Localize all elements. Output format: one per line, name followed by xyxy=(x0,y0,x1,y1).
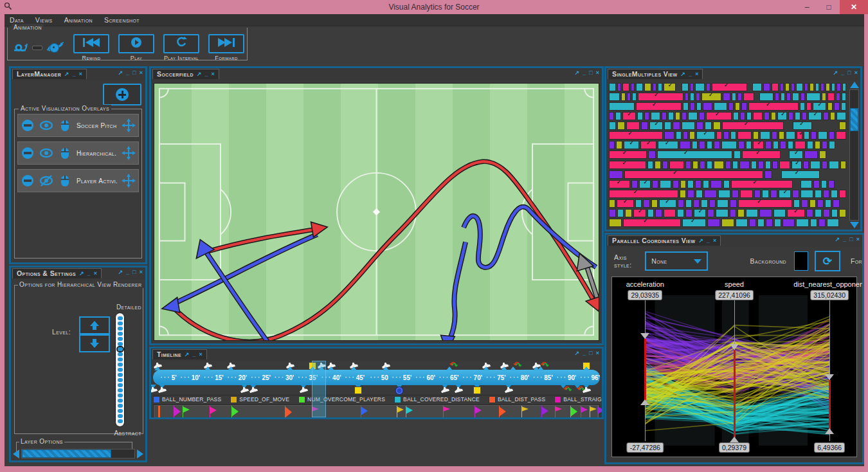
scroll-down-icon[interactable] xyxy=(850,222,859,228)
event-shoe-icon[interactable] xyxy=(158,386,167,394)
remove-layer-icon[interactable] xyxy=(21,118,35,132)
event-flag[interactable] xyxy=(158,406,160,417)
window-maximize-button[interactable]: □ xyxy=(818,0,840,14)
panel-close-icon[interactable]: × xyxy=(596,350,599,356)
multiples-row-13[interactable]: ✓✓✓ xyxy=(609,199,847,208)
layer-row-1[interactable]: Soccer Pitch xyxy=(17,114,139,137)
timeline-selection-highlight[interactable] xyxy=(312,361,326,417)
menu-item-data[interactable]: Data xyxy=(10,16,24,24)
speed-slider-handle[interactable] xyxy=(50,43,59,53)
tab-minimize-icon[interactable]: _ xyxy=(689,71,692,77)
multiples-vertical-scrollbar[interactable] xyxy=(849,82,859,228)
tab-close-icon[interactable]: × xyxy=(94,271,97,277)
multiples-row-1[interactable]: ✓✓ xyxy=(609,83,847,91)
add-layer-button[interactable] xyxy=(103,84,141,105)
tab-float-icon[interactable]: ↗ xyxy=(197,71,202,77)
menu-item-animation[interactable]: Animation xyxy=(64,16,93,24)
event-shoe-icon[interactable] xyxy=(504,386,514,394)
multiples-row-14[interactable]: ✓✓✓ xyxy=(609,209,847,217)
timeline-tick-50[interactable]: 50 xyxy=(365,374,388,381)
scrollbar-thumb[interactable] xyxy=(850,108,858,131)
pc-plot-area[interactable]: acceleration29,03935-27,47286speed227,41… xyxy=(611,277,857,457)
mouse-interaction-icon[interactable] xyxy=(58,146,72,160)
level-up-button[interactable] xyxy=(79,316,110,334)
selection-handle-bottom[interactable] xyxy=(640,399,649,405)
move-layer-icon[interactable] xyxy=(122,146,136,160)
window-minimize-button[interactable]: – xyxy=(796,0,818,14)
menu-item-views[interactable]: Views xyxy=(35,16,53,24)
panel-minimize-icon[interactable]: _ xyxy=(126,269,129,275)
tab-close-icon[interactable]: × xyxy=(695,71,698,77)
event-card-icon[interactable] xyxy=(354,386,362,394)
tab-close-icon[interactable]: × xyxy=(211,71,214,77)
multiples-row-9[interactable]: ✓✓ xyxy=(609,161,847,169)
level-down-button[interactable] xyxy=(79,334,110,352)
panel-maximize-icon[interactable]: □ xyxy=(132,269,136,275)
timeline-band[interactable]: 5'10'15'20'25'30'35'40'45'5055'60'65'70'… xyxy=(153,370,600,385)
event-flag-pennant[interactable] xyxy=(521,406,529,412)
play-interval-button[interactable] xyxy=(163,34,199,53)
level-slider-handle[interactable] xyxy=(118,347,123,351)
event-flag-pennant[interactable] xyxy=(183,406,190,413)
event-flag-pennant[interactable] xyxy=(361,406,368,415)
scrollbar-thumb[interactable] xyxy=(22,449,111,458)
single-multiples-tab[interactable]: SingleMultiples View ↗ _ × xyxy=(608,69,703,79)
background-color-swatch[interactable] xyxy=(794,251,808,271)
axis-selection-bar[interactable] xyxy=(734,350,736,438)
timeline-tick-70[interactable]: 70' xyxy=(459,374,483,381)
timeline-tick-80[interactable]: 80' xyxy=(506,374,530,381)
panel-float-icon[interactable]: ↗ xyxy=(575,70,580,76)
panel-close-icon[interactable]: × xyxy=(596,70,599,76)
timeline-tick-75[interactable]: 75' xyxy=(482,374,506,381)
event-shoe-icon[interactable] xyxy=(248,386,258,394)
timeline-tick-20[interactable]: 20' xyxy=(224,374,248,381)
event-flag-pennant[interactable] xyxy=(443,406,450,412)
panel-float-icon[interactable]: ↗ xyxy=(118,269,123,275)
event-shoe-icon[interactable] xyxy=(298,386,308,394)
panel-close-icon[interactable]: × xyxy=(140,269,143,275)
event-flag-pennant[interactable] xyxy=(597,406,602,414)
tab-minimize-icon[interactable]: _ xyxy=(204,71,208,77)
forward-button[interactable] xyxy=(208,34,244,53)
timeline-tick-96[interactable]: 96' xyxy=(576,374,600,381)
visibility-on-icon[interactable] xyxy=(39,118,53,132)
panel-float-icon[interactable]: ↗ xyxy=(835,237,840,242)
event-shoe-icon[interactable] xyxy=(454,386,464,394)
event-flag-pennant[interactable] xyxy=(406,406,413,414)
options-horizontal-scrollbar[interactable] xyxy=(13,449,143,458)
remove-layer-icon[interactable] xyxy=(21,146,35,160)
panel-maximize-icon[interactable]: □ xyxy=(589,70,592,76)
panel-maximize-icon[interactable]: □ xyxy=(589,350,592,356)
multiples-row-4[interactable]: ✓✓✓✓ xyxy=(609,112,847,120)
event-flag-pennant[interactable] xyxy=(555,406,562,412)
tab-close-icon[interactable]: × xyxy=(199,352,203,358)
event-flag-pennant[interactable] xyxy=(541,406,548,415)
panel-minimize-icon[interactable]: _ xyxy=(583,70,586,76)
layer-manager-tab[interactable]: LayerManager ↗ _ × xyxy=(12,69,87,79)
multiples-row-7[interactable]: ✓✓✓✓ xyxy=(609,141,847,149)
event-flag-pennant[interactable] xyxy=(210,406,217,414)
panel-close-icon[interactable]: × xyxy=(140,70,143,76)
timeline-tick-5[interactable]: 5' xyxy=(153,374,177,381)
timeline-tick-45[interactable]: 45' xyxy=(341,374,365,381)
timeline-tick-65[interactable]: 65' xyxy=(435,374,459,381)
play-button[interactable] xyxy=(118,34,154,53)
animation-speed-slider[interactable] xyxy=(32,46,42,50)
parallel-coordinates-tab[interactable]: Parallel Coordinates View ↗ _ × xyxy=(608,235,721,246)
tab-minimize-icon[interactable]: _ xyxy=(73,71,76,77)
event-flag-pennant[interactable] xyxy=(590,406,597,412)
multiples-row-15[interactable]: ✓✓ xyxy=(609,219,847,227)
scroll-up-icon[interactable] xyxy=(850,82,859,88)
event-flag-pennant[interactable] xyxy=(231,406,239,417)
axis-style-dropdown[interactable]: None xyxy=(645,251,707,271)
visibility-off-icon[interactable] xyxy=(39,174,53,188)
timeline-tab[interactable]: Timeline ↗ _ × xyxy=(152,349,207,359)
tab-minimize-icon[interactable]: _ xyxy=(193,352,196,358)
multiples-row-5[interactable]: ✓✓✓ xyxy=(609,122,847,130)
event-flag-pennant[interactable] xyxy=(499,406,506,417)
selection-handle-bottom[interactable] xyxy=(825,428,834,434)
tab-float-icon[interactable]: ↗ xyxy=(79,271,84,277)
tab-float-icon[interactable]: ↗ xyxy=(681,71,686,77)
tab-minimize-icon[interactable]: _ xyxy=(707,238,710,244)
soccerfield-tab[interactable]: Soccerfield ↗ _ × xyxy=(152,69,219,79)
